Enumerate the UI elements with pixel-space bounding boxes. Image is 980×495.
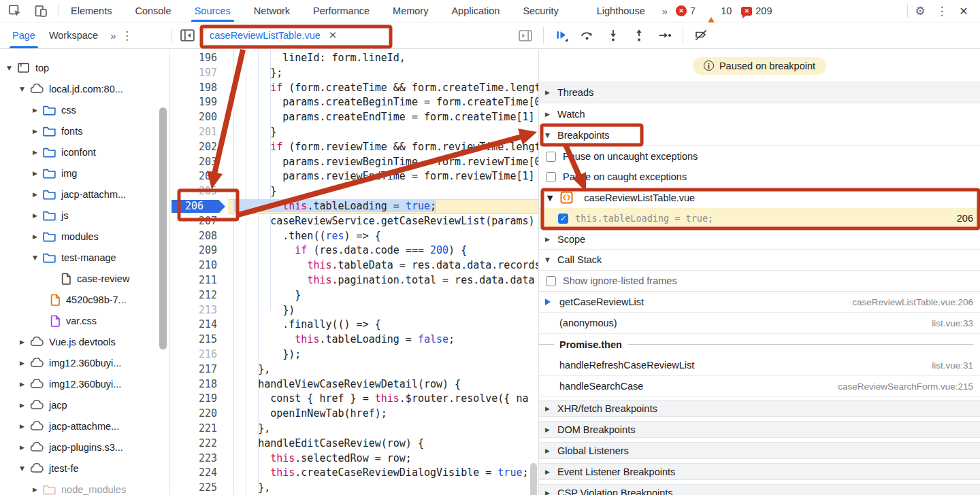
code-editor[interactable]: 196 lineId: form.lineId,197 };198 if (fo… (170, 50, 538, 495)
checkbox-checked[interactable]: ✓ (558, 214, 568, 224)
tree-item-test-manage[interactable]: ▼test-manage (0, 247, 169, 268)
gutter-line-number[interactable]: 207 (170, 214, 228, 229)
panel-tab-sources[interactable]: Sources (183, 0, 242, 22)
gutter-line-number[interactable]: 211 (170, 273, 228, 288)
code-line-201[interactable]: 201 } (170, 125, 538, 140)
toggle-right-sidebar-icon[interactable] (517, 29, 534, 42)
chevron-right-icon[interactable]: ▶ (20, 402, 30, 409)
tree-item-jacp-plugins-s3[interactable]: ▶jacp-plugins.s3... (0, 437, 169, 458)
section-csp-violation-breakpoints[interactable]: ▶CSP Violation Breakpoints (539, 484, 980, 495)
panel-tab-console[interactable]: Console (123, 0, 182, 22)
step-icon[interactable] (657, 29, 673, 41)
chevron-right-icon[interactable]: ▶ (545, 111, 552, 118)
code-line-208[interactable]: 208 .then((res) => { (170, 229, 538, 244)
chevron-right-icon[interactable]: ▶ (545, 89, 552, 96)
chevron-down-icon[interactable]: ▼ (33, 254, 43, 261)
code-line-205[interactable]: 205 } (170, 184, 538, 199)
navigator-scrollbar[interactable] (159, 107, 167, 349)
code-line-200[interactable]: 200 params.createEndTime = form.createTi… (170, 110, 538, 125)
gutter-line-number[interactable]: 225 (170, 481, 228, 495)
code-line-206[interactable]: 206 this.tableLoading = true; (170, 199, 538, 214)
tab-page[interactable]: Page (0, 22, 42, 48)
pause-caught-exceptions-row[interactable]: Pause on caught exceptions (539, 167, 980, 187)
chevron-down-icon[interactable]: ▼ (20, 465, 30, 472)
code-line-223[interactable]: 223 this.selectedRow = row; (170, 451, 538, 466)
panel-tab-elements[interactable]: Elements (59, 0, 123, 22)
gutter-line-number[interactable]: 198 (170, 81, 228, 96)
code-line-212[interactable]: 212 } (170, 288, 538, 303)
resume-script-icon[interactable] (553, 29, 570, 42)
tree-item-jacp-attachm[interactable]: ▶jacp-attachm... (0, 184, 169, 205)
chevron-down-icon[interactable]: ▼ (20, 86, 30, 92)
gutter-line-number[interactable]: 217 (170, 362, 228, 377)
deactivate-breakpoints-icon[interactable] (693, 29, 709, 42)
code-line-218[interactable]: 218 handleViewCaseReviewDetail(row) { (170, 377, 538, 392)
chevron-down-icon[interactable]: ▼ (545, 192, 555, 203)
tree-item-node-modules[interactable]: ▶node_modules (0, 479, 169, 495)
chevron-right-icon[interactable]: ▶ (33, 233, 43, 240)
gutter-line-number[interactable]: 213 (170, 303, 228, 318)
section-scope[interactable]: ▶ Scope (539, 228, 980, 250)
chevron-down-icon[interactable]: ▼ (545, 132, 552, 139)
tree-item-css[interactable]: ▶css (0, 99, 169, 120)
tree-item-jtest-fe[interactable]: ▼jtest-fe (0, 458, 169, 479)
chevron-right-icon[interactable]: ▶ (20, 339, 30, 345)
navigator-kebab-icon[interactable]: ⋮ (120, 29, 133, 42)
gutter-line-number[interactable]: 222 (170, 437, 228, 451)
chevron-down-icon[interactable]: ▼ (545, 256, 552, 263)
tree-item-4520c98b-7[interactable]: 4520c98b-7... (0, 289, 169, 310)
section-global-listeners[interactable]: ▶Global Listeners (539, 442, 980, 459)
gutter-line-number[interactable]: 214 (170, 318, 228, 332)
error-count-badge[interactable]: ✕ 7 (676, 5, 696, 16)
chevron-right-icon[interactable]: ▶ (33, 212, 43, 219)
gutter-line-number[interactable]: 197 (170, 66, 228, 81)
chevron-right-icon[interactable]: ▶ (20, 360, 30, 366)
kebab-menu-icon[interactable]: ⋮ (932, 4, 951, 18)
chevron-right-icon[interactable]: ▶ (33, 128, 43, 135)
code-line-197[interactable]: 197 }; (170, 66, 538, 81)
step-out-icon[interactable] (631, 29, 647, 42)
code-line-213[interactable]: 213 }) (170, 303, 538, 318)
close-tab-icon[interactable]: ✕ (329, 29, 338, 41)
breakpoint-entry[interactable]: ✓ this.tableLoading = true; 206 (539, 208, 980, 228)
gutter-line-number[interactable]: 208 (170, 229, 228, 244)
chevron-right-icon[interactable]: ▶ (33, 107, 43, 114)
checkbox-unchecked[interactable] (546, 152, 556, 162)
chevron-right-icon[interactable]: ▶ (545, 490, 552, 495)
tree-item-var-css[interactable]: var.css (0, 310, 169, 331)
gutter-line-number[interactable]: 218 (170, 377, 228, 392)
tree-item-local-jd-com-80[interactable]: ▼local.jd.com:80... (0, 78, 169, 99)
gutter-line-number[interactable]: 205 (170, 184, 228, 199)
checkbox-unchecked[interactable] (546, 172, 556, 182)
device-toolbar-icon[interactable] (33, 5, 49, 18)
gutter-line-number[interactable]: 219 (170, 392, 228, 407)
stack-frame-promise-then[interactable]: Promise.then (539, 334, 980, 355)
section-call-stack[interactable]: ▼ Call Stack (539, 250, 980, 271)
gutter-line-number[interactable]: 220 (170, 407, 228, 422)
editor-tab-caseReviewListTable[interactable]: caseReviewListTable.vue ✕ (201, 22, 380, 48)
gutter-line-number[interactable]: 196 (170, 51, 228, 66)
panel-tab-lighthouse[interactable]: Lighthouse (585, 0, 657, 22)
collapse-navigator-icon[interactable] (179, 29, 195, 42)
code-line-214[interactable]: 214 .finally(() => { (170, 318, 538, 332)
section-xhr-fetch-breakpoints[interactable]: ▶XHR/fetch Breakpoints (539, 400, 980, 417)
chevron-right-icon[interactable]: ▶ (20, 381, 30, 388)
gutter-line-number[interactable]: 204 (170, 169, 228, 184)
code-line-220[interactable]: 220 openInNewTab(href); (170, 407, 538, 422)
code-line-209[interactable]: 209 if (res.data.code === 200) { (170, 243, 538, 258)
checkbox-unchecked[interactable] (546, 276, 556, 286)
settings-gear-icon[interactable]: ⚙ (911, 4, 930, 18)
gutter-line-number[interactable]: 201 (170, 125, 228, 140)
tree-item-img[interactable]: ▶img (0, 163, 169, 184)
stack-frame-handlesearchcase[interactable]: handleSearchCasecaseReviewSearchForm.vue… (539, 376, 980, 397)
code-line-217[interactable]: 217 }, (170, 362, 538, 377)
chevron-right-icon[interactable]: ▶ (545, 468, 552, 475)
chevron-right-icon[interactable]: ▶ (545, 236, 552, 243)
gutter-line-number[interactable]: 212 (170, 288, 228, 303)
gutter-line-number[interactable]: 206 (170, 199, 228, 214)
tree-item-jacp[interactable]: ▶jacp (0, 394, 169, 415)
gutter-line-number[interactable]: 209 (170, 243, 228, 258)
stack-frame-getcasereviewlist[interactable]: getCaseReviewListcaseReviewListTable.vue… (539, 292, 980, 313)
tree-item-fonts[interactable]: ▶fonts (0, 120, 169, 141)
code-line-207[interactable]: 207 caseReviewService.getCaseReviewList(… (170, 214, 538, 229)
